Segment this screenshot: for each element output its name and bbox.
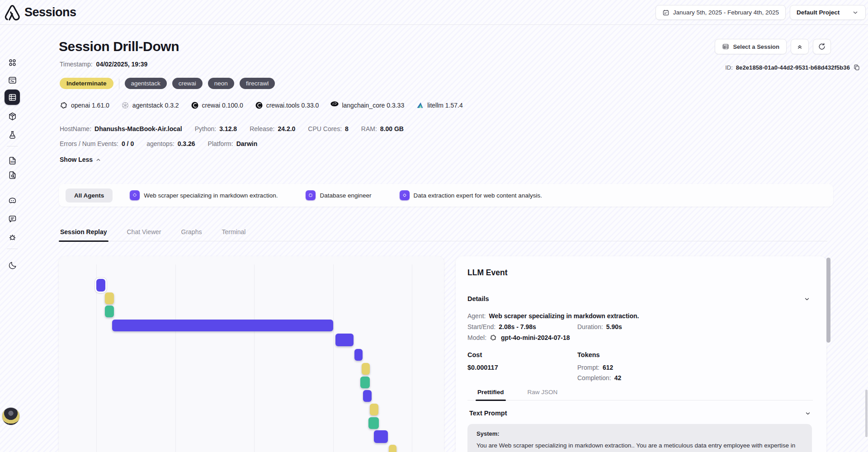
tag-badge: crewai	[172, 78, 203, 89]
tab-prettified[interactable]: Prettified	[476, 389, 506, 400]
info-pair: Python:3.12.8	[195, 125, 237, 132]
collapse-button[interactable]	[791, 39, 809, 54]
sidebar-item-flask[interactable]	[5, 127, 20, 142]
sidebar-item-doc-file[interactable]: DOC	[5, 153, 20, 168]
page-scrollbar-thumb[interactable]	[865, 390, 868, 437]
calendar-icon	[662, 9, 670, 16]
package-label: langchain_core 0.3.33	[342, 102, 404, 109]
info-label: Release:	[250, 125, 274, 132]
tab-chat-viewer[interactable]: Chat Viewer	[126, 228, 163, 241]
copy-icon[interactable]	[853, 64, 860, 71]
event-bar-purple[interactable]	[363, 390, 372, 402]
duration-value: 5.90s	[606, 321, 622, 332]
package-label: litellm 1.57.4	[427, 102, 463, 109]
session-table-icon	[722, 43, 729, 50]
sidebar-item-bug[interactable]	[5, 230, 20, 245]
details-section-header: Details	[467, 295, 489, 302]
sidebar-item-sessions-table[interactable]	[5, 89, 20, 105]
sidebar-item-apps-grid[interactable]	[5, 55, 20, 70]
session-id-value: 8e2e1858-01a0-44d2-9531-b68d432f5b36	[736, 64, 850, 71]
sidebar-item-discord[interactable]	[5, 193, 20, 208]
info-value: Darwin	[236, 140, 258, 147]
start-end-label: Start/End:	[467, 321, 495, 332]
event-bar-purple[interactable]	[374, 430, 388, 443]
info-value: 0.3.26	[178, 140, 195, 147]
sidebar-item-moon[interactable]	[5, 258, 20, 273]
file-search-icon	[8, 170, 17, 180]
host-info-row: HostName:Dhanushs-MacBook-Air.localPytho…	[60, 125, 404, 132]
package-icon	[8, 112, 17, 121]
info-value: 24.2.0	[278, 125, 295, 132]
all-agents-button[interactable]: All Agents	[66, 188, 113, 202]
event-bar-yellow[interactable]	[370, 404, 378, 415]
sidebar-item-terminal-window[interactable]	[5, 72, 20, 88]
prompt-tokens-value: 612	[603, 363, 613, 373]
tab-raw-json[interactable]: Raw JSON	[526, 389, 560, 400]
chart-gridline	[254, 264, 255, 452]
details-chevron-icon[interactable]	[804, 296, 810, 302]
select-session-label: Select a Session	[733, 43, 779, 50]
event-bar-purple[interactable]	[335, 334, 354, 346]
event-bar-yellow[interactable]	[362, 363, 370, 375]
tab-terminal[interactable]: Terminal	[220, 228, 247, 241]
show-less-toggle[interactable]: Show Less	[60, 156, 101, 163]
info-pair: RAM:8.00 GB	[361, 125, 404, 132]
cost-value: $0.000117	[467, 363, 498, 373]
chart-gridline	[96, 264, 97, 452]
sidebar-item-package[interactable]	[5, 108, 20, 124]
agent-clover-icon	[130, 190, 140, 200]
agent-filter-item[interactable]: Database engineer	[306, 190, 371, 200]
details-rows: Agent: Web scraper specializing in markd…	[467, 311, 639, 343]
moon-icon	[8, 261, 17, 270]
event-bar-purple[interactable]	[112, 320, 333, 331]
timestamp-row: Timestamp: 04/02/2025, 19:39	[60, 61, 147, 68]
text-prompt-header: Text Prompt	[469, 410, 507, 417]
package-label: openai 1.61.0	[71, 102, 109, 109]
package-item: openai 1.61.0	[60, 101, 109, 109]
event-bar-purple[interactable]	[354, 349, 363, 361]
flask-icon	[8, 130, 17, 140]
prompt-tokens-label: Prompt:	[577, 363, 599, 373]
agent-filter-item[interactable]: Web scraper specializing in markdown ext…	[130, 190, 278, 200]
info-label: Platform:	[208, 140, 233, 147]
sidebar-item-chat-bubble[interactable]	[5, 211, 20, 226]
select-session-button[interactable]: Select a Session	[715, 39, 787, 54]
package-label: crewai.tools 0.33.0	[266, 102, 319, 109]
tab-session-replay[interactable]: Session Replay	[59, 228, 108, 241]
info-label: Python:	[195, 125, 216, 132]
agent-label: Agent:	[467, 311, 486, 321]
event-bar-green[interactable]	[105, 306, 114, 317]
apps-grid-icon	[8, 58, 17, 67]
date-range-picker[interactable]: January 5th, 2025 - February 4th, 2025	[656, 5, 786, 20]
tab-graphs[interactable]: Graphs	[180, 228, 203, 241]
package-label: crewai 0.100.0	[202, 102, 243, 109]
event-bar-purple[interactable]	[96, 279, 105, 292]
panel-scrollbar-thumb[interactable]	[826, 258, 830, 343]
agent-name: Data extraction expert for web content a…	[414, 192, 542, 199]
sidebar-item-file-search[interactable]	[5, 167, 20, 183]
completion-tokens-value: 42	[614, 373, 622, 383]
event-bar-green[interactable]	[368, 417, 379, 429]
agent-filter-item[interactable]: Data extraction expert for web content a…	[400, 190, 542, 200]
project-select[interactable]: Default Project	[790, 5, 866, 20]
agent-diamond-icon	[400, 190, 410, 200]
packages-row: openai 1.61.0agentstack 0.3.2crewai 0.10…	[60, 101, 463, 109]
package-item: crewai.tools 0.33.0	[255, 101, 319, 109]
svg-text:DOC: DOC	[10, 161, 15, 163]
sessions-table-icon	[8, 93, 17, 102]
chevron-down-icon	[852, 9, 859, 16]
badges-row: Indeterminate agentstackcrewaineonfirecr…	[60, 78, 275, 89]
completion-tokens-label: Completion:	[577, 373, 611, 383]
event-bar-yellow[interactable]	[105, 292, 114, 304]
event-bar-yellow[interactable]	[389, 445, 396, 452]
refresh-button[interactable]	[813, 39, 831, 54]
info-pair: CPU Cores:8	[308, 125, 348, 132]
agent-value: Web scraper specializing in markdown ext…	[489, 311, 639, 321]
show-less-label: Show Less	[60, 156, 93, 163]
sidebar: DOC	[0, 25, 25, 452]
crewai-icon	[191, 101, 199, 109]
status-badge: Indeterminate	[60, 78, 113, 89]
event-bar-green[interactable]	[360, 377, 370, 388]
text-prompt-chevron-icon[interactable]	[805, 410, 811, 417]
system-label: System:	[476, 430, 803, 437]
